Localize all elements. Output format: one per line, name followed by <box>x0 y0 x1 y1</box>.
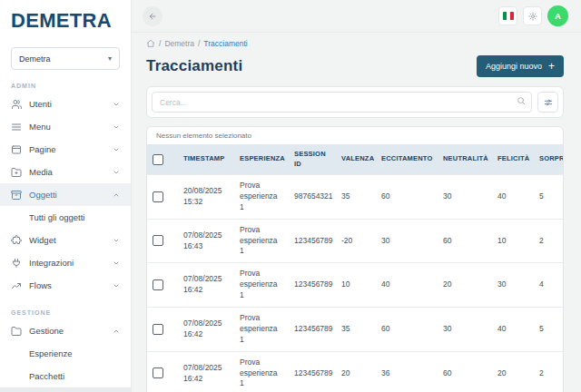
chevron-up-icon <box>113 328 120 335</box>
sidebar-section-gestione: GESTIONE <box>11 309 120 316</box>
sidebar-item-menu[interactable]: Menu <box>0 115 131 138</box>
table-row[interactable]: 07/08/202516:42 Prova esperienza 1 12345… <box>147 263 564 308</box>
sidebar-subitem-pacchetti[interactable]: Pacchetti <box>0 365 131 387</box>
chevron-down-icon <box>113 101 120 108</box>
table-header-row: TIMESTAMP ESPERIENZA SESSION ID VALENZA … <box>147 144 564 175</box>
cell-valenza: 10 <box>336 263 376 308</box>
sidebar-subitem-label: Esperienze <box>29 348 73 358</box>
cell-eccitamento: 60 <box>376 175 438 220</box>
row-checkbox[interactable] <box>153 368 163 378</box>
add-new-button[interactable]: Aggiungi nuovo + <box>477 55 564 77</box>
settings-button[interactable] <box>523 6 542 25</box>
row-checkbox[interactable] <box>153 191 163 202</box>
back-button[interactable] <box>143 6 162 26</box>
avatar[interactable]: A <box>547 5 568 26</box>
sidebar-subitem-esperienze[interactable]: Esperienze <box>0 342 131 365</box>
sidebar: DEMETRA Demetra ▾ ADMIN Utenti Menu Pagi… <box>0 0 132 392</box>
breadcrumb: / Demetra / Tracciamenti <box>146 38 564 49</box>
row-checkbox[interactable] <box>153 235 163 246</box>
chevron-down-icon <box>113 169 120 176</box>
sidebar-item-label: Menu <box>29 122 51 132</box>
row-checkbox[interactable] <box>153 324 163 335</box>
search-icon <box>517 96 526 105</box>
breadcrumb-separator: / <box>159 39 161 48</box>
widget-puzzle-icon <box>11 235 22 246</box>
sidebar-item-label: Oggetti <box>29 190 57 200</box>
cell-sorpresa: 4 <box>534 263 564 308</box>
cell-eccitamento: 30 <box>376 219 438 263</box>
sidebar-item-utenti[interactable]: Utenti <box>0 93 131 115</box>
cell-valenza: 35 <box>336 175 376 220</box>
content-area: / Demetra / Tracciamenti Tracciamenti Ag… <box>132 33 581 392</box>
sidebar-subitem-tutti-gli-oggetti[interactable]: Tutti gli oggetti <box>0 206 131 229</box>
search-input-wrap <box>152 92 532 113</box>
column-header-valenza: VALENZA <box>336 144 376 175</box>
sidebar-item-label: Media <box>29 167 53 177</box>
row-checkbox[interactable] <box>153 279 163 290</box>
search-input[interactable] <box>152 92 532 113</box>
menu-icon <box>11 122 22 132</box>
sidebar-item-integrazioni[interactable]: Integrazioni <box>0 251 131 274</box>
column-header-esperienza: ESPERIENZA <box>234 144 289 175</box>
sidebar-subitem-tracciamenti[interactable]: Tracciamenti <box>0 387 131 392</box>
title-row: Tracciamenti Aggiungi nuovo + <box>146 55 564 77</box>
cell-session-id: 123456789 <box>289 219 336 263</box>
breadcrumb-item-demetra[interactable]: Demetra <box>164 39 194 48</box>
breadcrumb-item-tracciamenti[interactable]: Tracciamenti <box>203 39 247 48</box>
cell-session-id: 123456789 <box>289 308 336 352</box>
sidebar-item-gestione[interactable]: Gestione <box>0 319 131 342</box>
cell-valenza: -20 <box>336 219 376 263</box>
cell-felicita: 20 <box>492 351 534 392</box>
workspace-selector[interactable]: Demetra ▾ <box>11 47 120 70</box>
table-row[interactable]: 20/08/202515:32 Prova esperienza 1 98765… <box>147 175 564 220</box>
table-row[interactable]: 07/08/202516:43 Prova esperienza 1 12345… <box>147 219 564 263</box>
sidebar-item-widget[interactable]: Widget <box>0 229 131 251</box>
objects-archive-icon <box>11 190 22 201</box>
cell-neutralita: 20 <box>438 263 492 308</box>
selection-status-top: Nessun elemento selezionato <box>147 127 563 144</box>
sidebar-subitem-label: Pacchetti <box>29 371 64 381</box>
cell-session-id: 987654321 <box>289 175 336 220</box>
chevron-down-icon <box>113 146 120 153</box>
folder-icon <box>11 326 22 337</box>
integrations-plug-icon <box>11 258 22 269</box>
cell-neutralita: 60 <box>438 351 492 392</box>
gear-icon <box>528 12 537 21</box>
search-panel <box>146 86 564 118</box>
cell-esperienza: Prova esperienza 1 <box>234 308 289 352</box>
cell-neutralita: 60 <box>438 219 492 263</box>
sidebar-item-media[interactable]: Media <box>0 161 131 183</box>
page-title: Tracciamenti <box>146 57 242 75</box>
language-button[interactable] <box>498 6 517 25</box>
sidebar-item-oggetti[interactable]: Oggetti <box>0 183 131 206</box>
cell-valenza: 35 <box>336 308 376 352</box>
sidebar-item-label: Flows <box>29 280 52 290</box>
cell-sorpresa: 5 <box>534 308 564 352</box>
select-all-checkbox[interactable] <box>153 154 163 165</box>
table-row[interactable]: 07/08/202516:42 Prova esperienza 1 12345… <box>147 351 564 392</box>
cell-session-id: 123456789 <box>289 351 336 392</box>
sidebar-item-flows[interactable]: Flows <box>0 274 131 297</box>
column-header-sorpresa: SORPRESA <box>534 144 564 175</box>
app-window: DEMETRA Demetra ▾ ADMIN Utenti Menu Pagi… <box>0 0 581 392</box>
select-all-cell <box>147 144 178 175</box>
home-icon[interactable] <box>146 39 155 48</box>
cell-esperienza: Prova esperienza 1 <box>234 219 289 263</box>
tracking-table-card: Nessun elemento selezionato TIMESTAMP ES… <box>146 126 564 392</box>
caret-down-icon: ▾ <box>108 54 112 63</box>
cell-esperienza: Prova esperienza 1 <box>234 175 289 220</box>
table-row[interactable]: 07/08/202516:42 Prova esperienza 1 12345… <box>147 308 564 352</box>
sidebar-item-pagine[interactable]: Pagine <box>0 138 131 161</box>
cell-neutralita: 30 <box>438 175 492 220</box>
main-area: A / Demetra / Tracciamenti Tracciamenti … <box>132 0 581 392</box>
sidebar-item-label: Widget <box>29 235 56 245</box>
cell-esperienza: Prova esperienza 1 <box>234 351 289 392</box>
cell-session-id: 123456789 <box>289 263 336 308</box>
filter-button[interactable] <box>537 92 558 113</box>
cell-timestamp: 07/08/202516:42 <box>178 263 234 308</box>
cell-neutralita: 30 <box>438 308 492 352</box>
sliders-icon <box>544 98 553 107</box>
sidebar-subitem-label: Tutti gli oggetti <box>29 212 84 222</box>
chevron-down-icon <box>113 260 120 267</box>
cell-timestamp: 07/08/202516:42 <box>178 308 234 352</box>
